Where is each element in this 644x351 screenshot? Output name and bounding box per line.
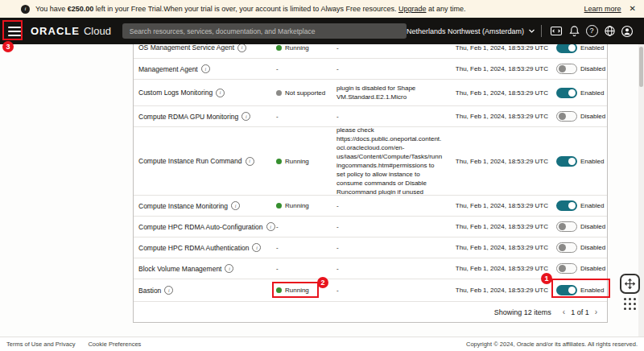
upgrade-link[interactable]: Upgrade [398, 5, 427, 13]
plugins-table: OS Management Service Agenti Running - T… [133, 44, 608, 323]
language-globe-icon[interactable] [602, 24, 617, 39]
move-handle-button[interactable] [620, 274, 640, 294]
notifications-bell-icon[interactable] [567, 24, 581, 39]
toggle-switch[interactable] [556, 44, 577, 53]
user-avatar[interactable] [620, 24, 634, 39]
plugin-name: OS Management Service Agent [138, 44, 234, 52]
info-icon: i [21, 5, 30, 14]
table-row: Compute HPC RDMA Authenticationi - - Thu… [134, 237, 607, 258]
cookie-preferences-link[interactable]: Cookie Preferences [88, 341, 141, 348]
status-dot-running [276, 287, 282, 293]
plugin-timestamp: Thu, Feb 1, 2024, 18:53:29 UTC [446, 237, 555, 258]
status-text: - [276, 244, 279, 251]
logo-oracle-text: ORACLE [31, 25, 80, 37]
developer-tools-icon[interactable] [549, 24, 564, 39]
status-text: - [276, 65, 279, 72]
plugin-timestamp: Thu, Feb 1, 2024, 18:53:29 UTC [446, 196, 555, 216]
plugin-timestamp: Thu, Feb 1, 2024, 18:53:29 UTC [446, 258, 555, 279]
help-icon[interactable]: ? [584, 24, 599, 39]
info-icon[interactable]: i [242, 112, 250, 121]
plugin-message: - [333, 258, 446, 279]
plugin-name: Bastion [138, 287, 161, 295]
toggle-label: Disabled [580, 113, 605, 120]
plugin-name: Compute HPC RDMA Authentication [138, 244, 249, 252]
toggle-switch[interactable] [556, 156, 577, 167]
trial-amount: €250.00 [68, 5, 94, 13]
status-text: Running [285, 287, 309, 294]
plugin-message: - [333, 237, 446, 258]
trial-banner: i You have €250.00 left in your Free Tri… [0, 0, 644, 18]
plugin-name: Compute HPC RDMA Auto-Configuration [138, 223, 263, 231]
pagination-prev-icon[interactable]: ‹ [563, 308, 565, 316]
info-icon[interactable]: i [225, 264, 233, 273]
status-dot-running [276, 203, 282, 209]
scrollbar-thumb[interactable] [639, 47, 643, 87]
info-icon[interactable]: i [231, 201, 240, 210]
info-icon[interactable]: i [237, 44, 246, 52]
learn-more-link[interactable]: Learn more [584, 5, 621, 13]
toggle-label: Enabled [580, 202, 604, 209]
hamburger-menu-icon[interactable] [8, 27, 21, 36]
info-icon[interactable]: i [252, 243, 261, 252]
toggle-switch[interactable] [556, 64, 577, 74]
showing-items-count: Showing 12 items [494, 308, 551, 316]
plugin-timestamp: Thu, Feb 1, 2024, 18:53:29 UTC [446, 217, 555, 237]
plugin-message: - [333, 279, 446, 301]
info-icon[interactable]: i [201, 64, 210, 73]
table-row: Custom Logs Monitoringi Not supported pl… [134, 79, 607, 105]
toggle-switch[interactable] [556, 221, 577, 232]
status-dot-running [276, 159, 282, 164]
table-row-bastion: Bastioni Running - Thu, Feb 1, 2024, 18:… [134, 279, 607, 301]
plugin-timestamp: Thu, Feb 1, 2024, 18:53:29 UTC [446, 279, 555, 301]
status-text: - [276, 113, 279, 120]
region-label: Netherlands Northwest (Amsterdam) [407, 27, 524, 35]
pagination-next-icon[interactable]: › [595, 308, 597, 316]
terms-link[interactable]: Terms of Use and Privacy [6, 341, 75, 348]
toggle-label: Enabled [580, 287, 604, 294]
plugin-message: plugin is disabled for Shape VM.Standard… [333, 80, 446, 105]
grid-dots-icon[interactable] [623, 297, 637, 311]
toggle-label: Disabled [580, 265, 605, 272]
chevron-down-icon [528, 27, 535, 35]
toggle-switch[interactable] [556, 263, 577, 274]
page-footer: Terms of Use and Privacy Cookie Preferen… [0, 337, 644, 351]
copyright-text: Copyright © 2024, Oracle and/or its affi… [466, 341, 638, 348]
toggle-switch[interactable] [556, 88, 577, 98]
top-navigation-bar: ORACLE Cloud Netherlands Northwest (Amst… [0, 18, 644, 44]
status-text: - [276, 223, 279, 230]
plugin-timestamp: Thu, Feb 1, 2024, 18:53:29 UTC [446, 80, 555, 105]
plugin-name: Compute Instance Monitoring [138, 202, 228, 210]
toggle-switch[interactable] [556, 242, 577, 253]
plugin-timestamp: Thu, Feb 1, 2024, 18:53:29 UTC [446, 44, 555, 58]
table-row: OS Management Service Agenti Running - T… [134, 44, 607, 58]
table-row: Compute RDMA GPU Monitoringi - - Thu, Fe… [134, 105, 607, 126]
table-row: Compute HPC RDMA Auto-Configurationi - -… [134, 216, 607, 237]
plugin-message: - [333, 196, 446, 216]
plugin-message: - [333, 59, 446, 79]
plugin-message: - [333, 217, 446, 237]
toggle-switch[interactable] [556, 200, 577, 211]
close-icon[interactable]: ✕ [630, 5, 636, 13]
plugin-message: - [333, 44, 446, 58]
toggle-label: Enabled [580, 44, 604, 52]
main-content: OS Management Service Agenti Running - T… [0, 44, 644, 337]
region-selector[interactable]: Netherlands Northwest (Amsterdam) [407, 27, 535, 35]
search-input[interactable] [122, 23, 407, 39]
plugin-name: Management Agent [138, 65, 198, 73]
oracle-cloud-logo[interactable]: ORACLE Cloud [31, 25, 111, 37]
info-icon[interactable]: i [246, 157, 254, 166]
info-icon[interactable]: i [164, 286, 173, 295]
toggle-label: Disabled [580, 244, 605, 251]
table-row: Compute Instance Run Commandi Running pl… [134, 126, 607, 195]
info-icon[interactable]: i [216, 89, 225, 97]
toggle-label: Enabled [580, 89, 604, 97]
logo-cloud-text: Cloud [84, 25, 111, 37]
table-row: Management Agenti - - Thu, Feb 1, 2024, … [134, 58, 607, 79]
header-divider [541, 25, 542, 37]
status-text: Running [285, 44, 309, 52]
status-text: Running [285, 202, 309, 209]
toggle-switch[interactable] [556, 285, 577, 295]
toggle-switch[interactable] [556, 111, 577, 122]
status-dot-not-supported [276, 90, 282, 96]
status-text: Running [285, 158, 309, 165]
